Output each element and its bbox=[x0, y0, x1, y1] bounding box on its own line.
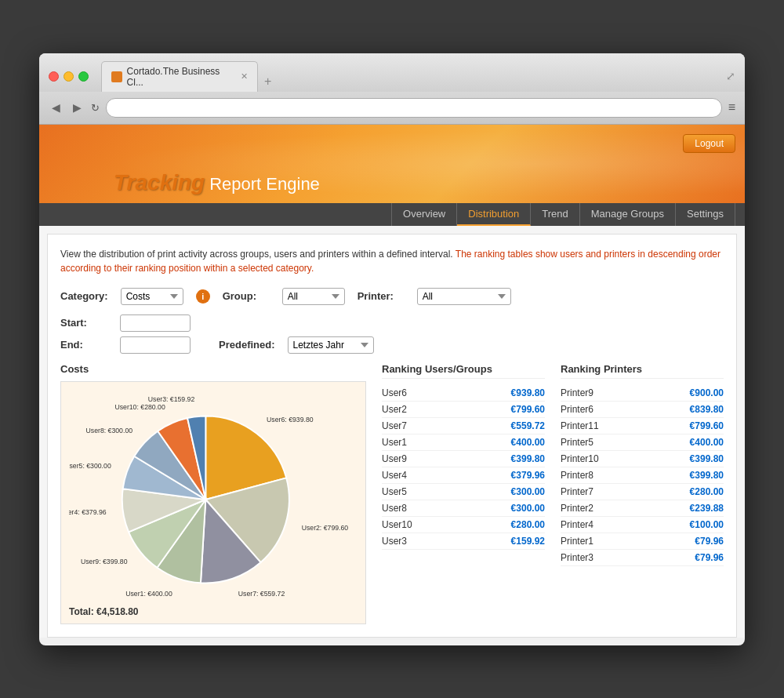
ranking-row: Printer10€399.80 bbox=[561, 451, 724, 467]
category-label: Category: bbox=[60, 290, 108, 302]
pie-label: User1: €400.00 bbox=[125, 589, 172, 597]
ranking-name: User7 bbox=[382, 420, 407, 431]
nav-item-trend[interactable]: Trend bbox=[531, 203, 579, 226]
ranking-row: User7€559.72 bbox=[382, 418, 545, 434]
ranking-name: Printer1 bbox=[561, 536, 593, 547]
printer-select[interactable]: All bbox=[417, 288, 511, 305]
minimize-button[interactable] bbox=[64, 71, 74, 82]
start-date-input[interactable]: 1/1/2010 bbox=[120, 314, 191, 332]
back-button[interactable]: ◀ bbox=[49, 100, 64, 115]
ranking-value: €399.80 bbox=[690, 453, 724, 464]
ranking-row: Printer4€100.00 bbox=[561, 517, 724, 533]
forward-button[interactable]: ▶ bbox=[70, 100, 85, 115]
ranking-value: €100.00 bbox=[690, 519, 724, 530]
ranking-value: €399.80 bbox=[690, 470, 724, 481]
ranking-value: €280.00 bbox=[690, 486, 724, 497]
ranking-row: Printer11€799.60 bbox=[561, 418, 724, 434]
ranking-row: User1€400.00 bbox=[382, 434, 545, 451]
ranking-name: User10 bbox=[382, 519, 412, 530]
ranking-name: User8 bbox=[382, 503, 407, 514]
logout-button[interactable]: Logout bbox=[683, 134, 735, 153]
chart-total: Total: €4,518.80 bbox=[69, 606, 139, 617]
nav-item-manage-groups[interactable]: Manage Groups bbox=[580, 203, 676, 226]
nav-item-distribution[interactable]: Distribution bbox=[457, 203, 531, 226]
menu-button[interactable]: ≡ bbox=[728, 100, 735, 115]
ranking-row: User9€399.80 bbox=[382, 451, 545, 467]
browser-titlebar: Cortado.The Business Cl... ✕ + ⤢ bbox=[39, 53, 745, 92]
tab-close-button[interactable]: ✕ bbox=[241, 71, 248, 82]
active-tab[interactable]: Cortado.The Business Cl... ✕ bbox=[101, 61, 258, 92]
ranking-value: €79.96 bbox=[695, 536, 724, 547]
ranking-row: Printer7€280.00 bbox=[561, 484, 724, 500]
ranking-value: €159.92 bbox=[511, 536, 545, 547]
app-header: Tracking Report Engine Logout bbox=[39, 125, 745, 203]
chart-container: Costs User6: €939.80User2: €799.60User7:… bbox=[60, 363, 366, 624]
ranking-row: Printer9€900.00 bbox=[561, 385, 724, 402]
close-button[interactable] bbox=[49, 71, 59, 82]
tab-bar: Cortado.The Business Cl... ✕ + bbox=[101, 61, 720, 92]
end-date-input[interactable]: 12/31/2010 bbox=[120, 336, 191, 354]
ranking-value: €300.00 bbox=[511, 486, 545, 497]
ranking-row: User3€159.92 bbox=[382, 533, 545, 550]
new-tab-button[interactable]: + bbox=[258, 75, 278, 92]
refresh-button[interactable]: ↻ bbox=[91, 102, 100, 114]
info-icon[interactable]: i bbox=[196, 289, 210, 304]
category-select[interactable]: Costs Pages Jobs bbox=[121, 288, 183, 305]
ranking-row: Printer6€839.80 bbox=[561, 402, 724, 418]
end-label: End: bbox=[60, 339, 107, 351]
pie-label: User8: €300.00 bbox=[86, 426, 133, 434]
ranking-row: User4€379.96 bbox=[382, 467, 545, 484]
expand-icon[interactable]: ⤢ bbox=[726, 70, 735, 82]
ranking-printers-rows: Printer9€900.00Printer6€839.80Printer11€… bbox=[561, 385, 724, 566]
group-label: Group: bbox=[223, 290, 270, 302]
printer-label: Printer: bbox=[358, 290, 405, 302]
ranking-value: €799.60 bbox=[511, 404, 545, 415]
tab-favicon bbox=[111, 71, 122, 82]
ranking-name: User4 bbox=[382, 470, 407, 481]
ranking-row: User8€300.00 bbox=[382, 500, 545, 517]
ranking-row: Printer1€79.96 bbox=[561, 533, 724, 550]
group-select[interactable]: All bbox=[282, 288, 345, 305]
pie-label: User6: €939.80 bbox=[267, 415, 314, 423]
ranking-name: User6 bbox=[382, 387, 407, 398]
ranking-value: €79.96 bbox=[695, 552, 724, 563]
pie-label: User3: €159.92 bbox=[148, 395, 195, 403]
ranking-row: Printer5€400.00 bbox=[561, 434, 724, 451]
ranking-value: €379.96 bbox=[511, 470, 545, 481]
ranking-printers-title: Ranking Printers bbox=[561, 363, 724, 379]
ranking-row: Printer2€239.88 bbox=[561, 500, 724, 517]
ranking-name: User3 bbox=[382, 536, 407, 547]
app-name-tracking: Tracking bbox=[114, 170, 205, 195]
ranking-name: Printer3 bbox=[561, 552, 593, 563]
ranking-name: Printer2 bbox=[561, 503, 593, 514]
ranking-users-table: Ranking Users/Groups User6€939.80User2€7… bbox=[382, 363, 545, 624]
ranking-row: User10€280.00 bbox=[382, 517, 545, 533]
ranking-name: Printer9 bbox=[561, 387, 593, 398]
ranking-value: €939.80 bbox=[511, 387, 545, 398]
ranking-row: Printer8€399.80 bbox=[561, 467, 724, 484]
start-date-row: Start: 1/1/2010 bbox=[60, 314, 724, 332]
address-bar[interactable] bbox=[106, 98, 722, 118]
ranking-value: €799.60 bbox=[690, 420, 724, 431]
ranking-name: Printer5 bbox=[561, 437, 593, 448]
ranking-value: €900.00 bbox=[690, 387, 724, 398]
pie-label: User7: €559.72 bbox=[238, 590, 285, 598]
ranking-name: Printer7 bbox=[561, 486, 593, 497]
predefined-select[interactable]: Letztes Jahr Dieses Jahr Letzten Monat bbox=[288, 336, 374, 354]
ranking-value: €399.80 bbox=[511, 453, 545, 464]
chart-box: User6: €939.80User2: €799.60User7: €559.… bbox=[60, 381, 366, 624]
page-content: Tracking Report Engine Logout OverviewDi… bbox=[39, 125, 745, 638]
ranking-value: €839.80 bbox=[690, 404, 724, 415]
ranking-row: User5€300.00 bbox=[382, 484, 545, 500]
ranking-name: Printer4 bbox=[561, 519, 593, 530]
ranking-row: User2€799.60 bbox=[382, 402, 545, 418]
start-label: Start: bbox=[60, 317, 107, 329]
nav-item-overview[interactable]: Overview bbox=[391, 203, 457, 226]
maximize-button[interactable] bbox=[78, 71, 89, 82]
ranking-value: €239.88 bbox=[690, 503, 724, 514]
rankings-section: Ranking Users/Groups User6€939.80User2€7… bbox=[382, 363, 724, 624]
page-description: View the distribution of print activity … bbox=[60, 247, 724, 275]
ranking-value: €280.00 bbox=[511, 519, 545, 530]
pie-label: User2: €799.60 bbox=[302, 524, 349, 532]
nav-item-settings[interactable]: Settings bbox=[676, 203, 735, 226]
